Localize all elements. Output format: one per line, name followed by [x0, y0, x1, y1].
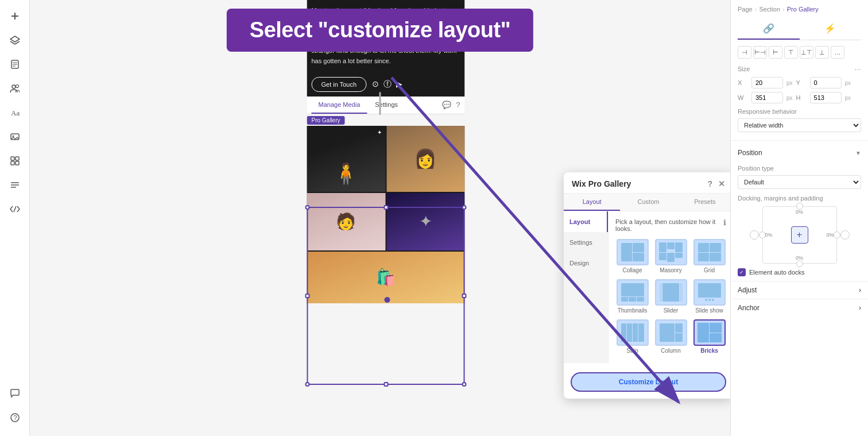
bricks-thumb	[693, 319, 726, 346]
svg-rect-17	[16, 161, 19, 165]
resize-handle[interactable]	[379, 92, 381, 115]
chat-icon[interactable]	[5, 383, 25, 404]
media-icon[interactable]	[5, 126, 25, 147]
gallery-panel: Wix Pro Gallery ? ✕ Layout Custom Preset…	[564, 172, 730, 399]
wh-row: W px H px	[738, 92, 861, 103]
align-extra-btn[interactable]: …	[831, 46, 844, 59]
grid-thumb	[693, 239, 726, 265]
panel-header: Wix Pro Gallery ? ✕	[564, 172, 730, 194]
w-input[interactable]	[751, 92, 783, 103]
people-icon[interactable]	[5, 78, 25, 99]
facebook-icon[interactable]: ⓕ	[383, 79, 392, 90]
svg-text:?: ?	[13, 414, 17, 421]
docking-left-value: 0%	[765, 232, 773, 238]
help-icon[interactable]: ?	[5, 407, 25, 428]
panel-close-icon[interactable]: ✕	[718, 179, 725, 188]
layout-collage[interactable]: Collage	[615, 239, 649, 273]
anchor-section[interactable]: Anchor ›	[731, 299, 868, 317]
right-panel: Page › Section › Pro Gallery › 🔗 ⚡ ⊣ ⊢⊣ …	[730, 0, 868, 436]
layout-grid[interactable]: Grid	[692, 239, 726, 273]
dock-bottom[interactable]	[796, 260, 803, 267]
xy-row: X px Y px	[738, 77, 861, 88]
sidebar-design[interactable]: Design	[564, 253, 608, 273]
instagram-icon[interactable]: ⊙	[372, 79, 379, 90]
panel-nav-layout[interactable]: Layout	[564, 194, 620, 211]
customize-layout-button[interactable]: Customize Layout	[571, 372, 726, 392]
align-center-h-btn[interactable]: ⊢⊣	[753, 46, 767, 59]
slideshow-thumb	[693, 279, 726, 306]
breadcrumb-section[interactable]: Section	[759, 6, 780, 13]
text-icon[interactable]: Aa	[5, 102, 25, 123]
position-type-select[interactable]: Default Fixed Sticky	[738, 175, 861, 189]
page-icon[interactable]	[5, 54, 25, 75]
layout-grid-row3: Strip Column	[615, 319, 726, 354]
panel-body: Layout Settings Design Pick a layout, th…	[564, 211, 730, 363]
apps-icon[interactable]	[5, 151, 25, 171]
adjust-section[interactable]: Adjust ›	[731, 281, 868, 299]
main-canvas: Select "customize layout" Mobile (750px …	[30, 0, 730, 436]
youtube-icon[interactable]: ▶	[396, 79, 402, 90]
gallery-image-2: 👩	[386, 126, 465, 192]
get-in-touch-button[interactable]: Get in Touch	[312, 77, 367, 92]
x-label: X	[738, 79, 748, 86]
layout-bricks[interactable]: Bricks	[692, 319, 726, 354]
panel-help-icon[interactable]: ?	[707, 179, 712, 188]
align-left-btn[interactable]: ⊣	[738, 46, 751, 59]
align-center-v-btn[interactable]: ⊥⊤	[800, 46, 813, 59]
breadcrumb-page[interactable]: Page	[738, 6, 753, 13]
layout-thumbnails[interactable]: Thumbnails	[615, 279, 649, 314]
breadcrumb-current: Pro Gallery	[787, 6, 819, 13]
layout-slider[interactable]: Slider	[654, 279, 688, 314]
svg-point-10	[16, 85, 18, 88]
docking-center[interactable]: +	[791, 226, 808, 244]
responsive-behavior-select[interactable]: Relative width Fixed width	[738, 118, 861, 132]
drag-handle[interactable]	[385, 297, 390, 303]
w-unit: px	[786, 95, 793, 101]
tab-behavior[interactable]: ⚡	[800, 18, 862, 40]
layout-column[interactable]: Column	[654, 319, 688, 354]
gallery-tab-icons: 💬 ?	[442, 101, 460, 109]
add-icon[interactable]	[5, 6, 25, 26]
sidebar-settings[interactable]: Settings	[564, 232, 608, 253]
dock-right[interactable]	[834, 231, 840, 238]
layout-masonry[interactable]: Masonry	[654, 239, 688, 273]
h-input[interactable]	[810, 92, 842, 103]
tab-layout[interactable]: 🔗	[738, 18, 800, 40]
panel-top-nav: Layout Custom Presets	[564, 194, 730, 211]
auto-docks-checkbox[interactable]: ✓	[738, 268, 746, 276]
x-input[interactable]	[751, 77, 783, 88]
layout-strip[interactable]: Strip	[615, 319, 649, 354]
size-more-icon[interactable]: ···	[854, 64, 861, 74]
code-icon[interactable]	[5, 199, 25, 219]
dock-right-outer[interactable]	[840, 230, 850, 240]
slider-thumb	[655, 279, 687, 306]
layout-slideshow[interactable]: Slide show	[692, 279, 726, 314]
mobile-cta-row: Get in Touch ⊙ ⓕ ▶	[307, 72, 465, 97]
masonry-thumb	[655, 239, 687, 265]
layers-icon[interactable]	[5, 30, 25, 51]
panel-header-icons: ? ✕	[707, 179, 725, 188]
panel-main-content: Pick a layout, then customize how it loo…	[609, 211, 730, 363]
list-icon[interactable]	[5, 175, 25, 195]
tab-settings[interactable]: Settings	[368, 97, 405, 114]
panel-nav-custom[interactable]: Custom	[620, 194, 676, 211]
question-icon[interactable]: ?	[456, 101, 460, 109]
align-top-btn[interactable]: ⊤	[784, 46, 798, 59]
comment-icon[interactable]: 💬	[442, 101, 451, 109]
panel-nav-presets[interactable]: Presets	[677, 194, 730, 211]
y-input[interactable]	[810, 77, 842, 88]
svg-rect-15	[16, 157, 19, 160]
align-right-btn[interactable]: ⊢	[769, 46, 782, 59]
tab-manage-media[interactable]: Manage Media	[312, 97, 367, 114]
align-bottom-btn[interactable]: ⊥	[815, 46, 829, 59]
dock-left-outer[interactable]	[750, 230, 759, 240]
sidebar-layout[interactable]: Layout	[564, 211, 608, 232]
thumbnails-label: Thumbnails	[618, 307, 648, 314]
position-header[interactable]: Position ▼	[738, 145, 861, 160]
annotation-banner: Select "customize layout"	[227, 9, 533, 52]
position-arrow-icon: ▼	[855, 150, 861, 156]
info-icon[interactable]: ℹ	[723, 218, 726, 227]
column-thumb	[655, 319, 687, 346]
thumbnails-thumb	[617, 279, 649, 306]
slideshow-label: Slide show	[695, 307, 723, 314]
